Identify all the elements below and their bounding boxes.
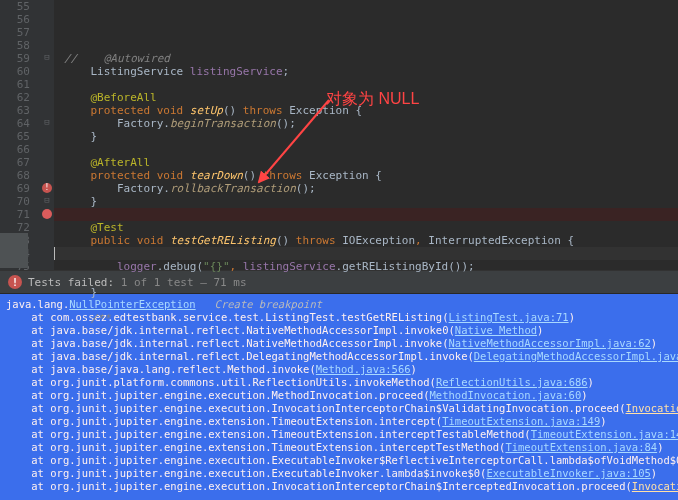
error-gutter-icon[interactable]: !	[42, 183, 52, 193]
line-number: 65	[0, 130, 30, 143]
fold-toggle-icon[interactable]: ⊟	[42, 117, 52, 127]
line-number: 66	[0, 143, 30, 156]
code-editor[interactable]: 5556575859606162636465666768697071727374…	[0, 0, 678, 270]
stack-frame[interactable]: at java.base/java.lang.reflect.Method.in…	[6, 363, 672, 376]
stack-frame[interactable]: at org.junit.jupiter.engine.extension.Ti…	[6, 415, 672, 428]
line-number: 70	[0, 195, 30, 208]
error-line-highlight	[54, 208, 678, 221]
code-line[interactable]: /**	[64, 312, 678, 325]
stack-frame[interactable]: at org.junit.platform.commons.util.Refle…	[6, 376, 672, 389]
line-number: 57	[0, 26, 30, 39]
source-link[interactable]: TimeoutExtension.java:149	[442, 415, 600, 427]
line-number: 64	[0, 117, 30, 130]
line-number-gutter[interactable]: 5556575859606162636465666768697071727374…	[0, 0, 40, 270]
source-link[interactable]: TimeoutExtension.java:140	[531, 428, 678, 440]
source-link[interactable]: ExecutableInvoker.java:105	[486, 467, 650, 479]
line-number: 58	[0, 39, 30, 52]
code-line[interactable]: // @Autowired	[64, 52, 678, 65]
tests-failed-icon: !	[8, 275, 22, 289]
code-area[interactable]: 对象为 NULL // @Autowired ListingService li…	[54, 0, 678, 270]
stack-frame[interactable]: at org.junit.jupiter.engine.execution.In…	[6, 402, 672, 415]
text-caret	[54, 247, 55, 260]
line-number: 67	[0, 156, 30, 169]
source-link[interactable]: DelegatingMethodAccessorImpl.java:43	[474, 350, 678, 362]
line-number: 63	[0, 104, 30, 117]
code-line[interactable]: public void testGetREListing() throws IO…	[64, 234, 678, 247]
code-line[interactable]: @AfterAll	[64, 156, 678, 169]
line-number: 55	[0, 0, 30, 13]
line-number: 56	[0, 13, 30, 26]
source-link[interactable]: Method.java:566	[316, 363, 411, 375]
stack-frame[interactable]: at org.junit.jupiter.engine.extension.Ti…	[6, 441, 672, 454]
line-number: 61	[0, 78, 30, 91]
code-line[interactable]: @Test	[64, 221, 678, 234]
line-number: 71	[0, 208, 30, 221]
current-line-highlight	[54, 247, 678, 260]
line-number: 59	[0, 52, 30, 65]
line-number: 68	[0, 169, 30, 182]
code-line[interactable]: }	[64, 130, 678, 143]
source-link[interactable]: MethodInvocation.java:60	[430, 389, 582, 401]
source-link[interactable]: TimeoutExtension.java:84	[505, 441, 657, 453]
source-link[interactable]: NativeMethodAccessorImpl.java:62	[449, 337, 651, 349]
fold-toggle-icon[interactable]: ⊟	[42, 195, 52, 205]
stack-frame[interactable]: at org.junit.jupiter.engine.execution.Ex…	[6, 454, 672, 467]
line-number: 69	[0, 182, 30, 195]
source-link[interactable]: ReflectionUtils.java:686	[436, 376, 588, 388]
code-line[interactable]: }	[64, 286, 678, 299]
breakpoint-icon[interactable]	[42, 209, 52, 219]
line-number: 62	[0, 91, 30, 104]
fold-toggle-icon[interactable]: ⊟	[42, 52, 52, 62]
fold-gutter[interactable]: ⊟⊟⊟!	[40, 0, 54, 270]
stack-frame[interactable]: at org.junit.jupiter.engine.execution.Ex…	[6, 467, 672, 480]
code-line[interactable]	[64, 143, 678, 156]
left-tool-strip	[0, 233, 28, 268]
code-line[interactable]: logger.debug("{}", listingService.getREL…	[64, 260, 678, 273]
source-link[interactable]: InvocationInterceptorChain.java:131	[626, 402, 678, 414]
code-line[interactable]: Factory.beginTransaction();	[64, 117, 678, 130]
stack-frame[interactable]: at org.junit.jupiter.engine.execution.In…	[6, 480, 672, 493]
code-line[interactable]: protected void tearDown() throws Excepti…	[64, 169, 678, 182]
code-line[interactable]: ListingService listingService;	[64, 65, 678, 78]
stack-frame[interactable]: at org.junit.jupiter.engine.extension.Ti…	[6, 428, 672, 441]
stack-frame[interactable]: at java.base/jdk.internal.reflect.Native…	[6, 324, 672, 337]
code-line[interactable]: }	[64, 195, 678, 208]
code-line[interactable]	[64, 299, 678, 312]
annotation-label: 对象为 NULL	[326, 92, 419, 105]
source-link[interactable]: InvocationInterceptorChain.java:106	[632, 480, 678, 492]
stack-frame[interactable]: at org.junit.jupiter.engine.execution.Me…	[6, 389, 672, 402]
code-line[interactable]: Factory.rollbackTransaction();	[64, 182, 678, 195]
line-number: 60	[0, 65, 30, 78]
stack-frame[interactable]: at java.base/jdk.internal.reflect.Delega…	[6, 350, 672, 363]
code-line[interactable]	[64, 273, 678, 286]
stack-frame[interactable]: at java.base/jdk.internal.reflect.Native…	[6, 337, 672, 350]
source-link[interactable]: Native Method	[455, 324, 537, 336]
